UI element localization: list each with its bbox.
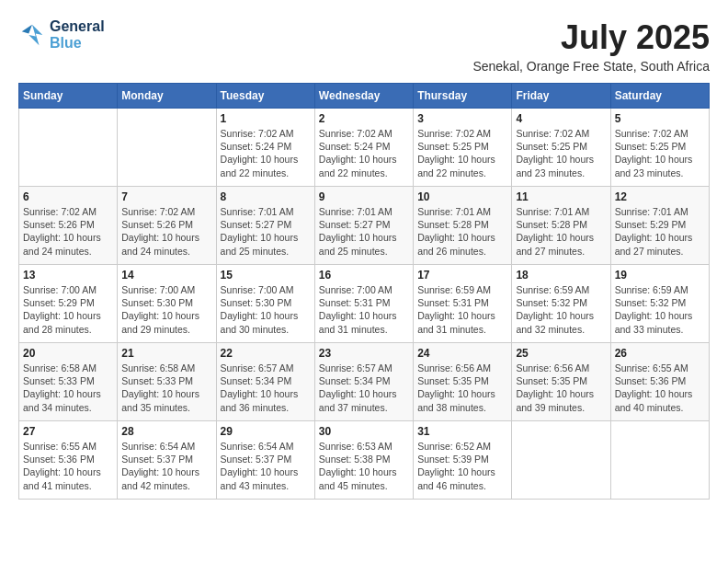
calendar-cell: 23Sunrise: 6:57 AM Sunset: 5:34 PM Dayli… xyxy=(314,343,413,421)
page-header: General Blue July 2025 Senekal, Orange F… xyxy=(18,18,710,74)
month-year-title: July 2025 xyxy=(472,18,710,57)
day-info: Sunrise: 6:58 AM Sunset: 5:33 PM Dayligh… xyxy=(121,362,211,414)
calendar-cell: 28Sunrise: 6:54 AM Sunset: 5:37 PM Dayli… xyxy=(118,421,216,500)
day-info: Sunrise: 7:01 AM Sunset: 5:28 PM Dayligh… xyxy=(417,205,507,258)
calendar-cell: 22Sunrise: 6:57 AM Sunset: 5:34 PM Dayli… xyxy=(216,343,314,421)
day-number: 14 xyxy=(121,269,211,282)
day-number: 1 xyxy=(221,112,311,125)
day-number: 19 xyxy=(615,269,705,282)
svg-marker-1 xyxy=(22,25,32,34)
logo-icon xyxy=(18,21,46,49)
day-info: Sunrise: 6:54 AM Sunset: 5:37 PM Dayligh… xyxy=(221,440,311,492)
calendar-cell: 30Sunrise: 6:53 AM Sunset: 5:38 PM Dayli… xyxy=(314,421,413,500)
day-info: Sunrise: 6:56 AM Sunset: 5:35 PM Dayligh… xyxy=(417,362,507,414)
calendar-cell xyxy=(19,109,118,187)
calendar-cell: 8Sunrise: 7:01 AM Sunset: 5:27 PM Daylig… xyxy=(216,187,314,265)
weekday-header: Wednesday xyxy=(314,84,413,109)
calendar-cell xyxy=(512,421,610,500)
day-info: Sunrise: 7:01 AM Sunset: 5:29 PM Dayligh… xyxy=(615,205,705,258)
calendar-week-row: 27Sunrise: 6:55 AM Sunset: 5:36 PM Dayli… xyxy=(19,421,710,500)
calendar-cell: 24Sunrise: 6:56 AM Sunset: 5:35 PM Dayli… xyxy=(414,343,512,421)
calendar-cell: 26Sunrise: 6:55 AM Sunset: 5:36 PM Dayli… xyxy=(610,343,709,421)
calendar-cell xyxy=(118,109,216,187)
calendar-cell: 29Sunrise: 6:54 AM Sunset: 5:37 PM Dayli… xyxy=(216,421,314,500)
day-info: Sunrise: 7:01 AM Sunset: 5:28 PM Dayligh… xyxy=(516,205,606,258)
weekday-header: Sunday xyxy=(19,84,118,109)
day-info: Sunrise: 6:59 AM Sunset: 5:32 PM Dayligh… xyxy=(615,283,705,336)
day-number: 28 xyxy=(121,425,211,438)
day-number: 5 xyxy=(615,112,705,125)
day-info: Sunrise: 7:02 AM Sunset: 5:24 PM Dayligh… xyxy=(221,127,311,179)
calendar-cell: 4Sunrise: 7:02 AM Sunset: 5:25 PM Daylig… xyxy=(512,109,610,187)
title-area: July 2025 Senekal, Orange Free State, So… xyxy=(472,18,710,74)
day-info: Sunrise: 7:00 AM Sunset: 5:30 PM Dayligh… xyxy=(221,283,311,336)
calendar-cell: 25Sunrise: 6:56 AM Sunset: 5:35 PM Dayli… xyxy=(512,343,610,421)
calendar-cell: 1Sunrise: 7:02 AM Sunset: 5:24 PM Daylig… xyxy=(216,109,314,187)
day-info: Sunrise: 6:59 AM Sunset: 5:32 PM Dayligh… xyxy=(516,283,606,336)
day-number: 31 xyxy=(417,425,507,438)
day-number: 13 xyxy=(23,269,113,282)
calendar-week-row: 20Sunrise: 6:58 AM Sunset: 5:33 PM Dayli… xyxy=(19,343,710,421)
day-info: Sunrise: 6:52 AM Sunset: 5:39 PM Dayligh… xyxy=(417,440,507,492)
calendar-cell: 11Sunrise: 7:01 AM Sunset: 5:28 PM Dayli… xyxy=(512,187,610,265)
day-info: Sunrise: 7:02 AM Sunset: 5:25 PM Dayligh… xyxy=(417,127,507,179)
location-subtitle: Senekal, Orange Free State, South Africa xyxy=(472,59,710,74)
day-number: 21 xyxy=(121,347,211,360)
logo-text: General Blue xyxy=(50,18,105,52)
day-number: 12 xyxy=(615,190,705,203)
calendar-cell: 12Sunrise: 7:01 AM Sunset: 5:29 PM Dayli… xyxy=(610,187,709,265)
day-number: 27 xyxy=(23,425,113,438)
day-info: Sunrise: 7:02 AM Sunset: 5:25 PM Dayligh… xyxy=(615,127,705,179)
calendar-cell: 15Sunrise: 7:00 AM Sunset: 5:30 PM Dayli… xyxy=(216,265,314,343)
day-info: Sunrise: 7:02 AM Sunset: 5:26 PM Dayligh… xyxy=(23,205,113,258)
day-info: Sunrise: 6:53 AM Sunset: 5:38 PM Dayligh… xyxy=(319,440,409,492)
day-info: Sunrise: 7:02 AM Sunset: 5:24 PM Dayligh… xyxy=(319,127,409,179)
calendar-cell: 13Sunrise: 7:00 AM Sunset: 5:29 PM Dayli… xyxy=(19,265,118,343)
calendar-cell: 16Sunrise: 7:00 AM Sunset: 5:31 PM Dayli… xyxy=(314,265,413,343)
calendar-cell: 21Sunrise: 6:58 AM Sunset: 5:33 PM Dayli… xyxy=(118,343,216,421)
calendar-cell: 9Sunrise: 7:01 AM Sunset: 5:27 PM Daylig… xyxy=(314,187,413,265)
calendar-header-row: SundayMondayTuesdayWednesdayThursdayFrid… xyxy=(19,84,710,109)
calendar-cell: 14Sunrise: 7:00 AM Sunset: 5:30 PM Dayli… xyxy=(118,265,216,343)
day-info: Sunrise: 7:00 AM Sunset: 5:31 PM Dayligh… xyxy=(319,283,409,336)
calendar-cell: 5Sunrise: 7:02 AM Sunset: 5:25 PM Daylig… xyxy=(610,109,709,187)
calendar-table: SundayMondayTuesdayWednesdayThursdayFrid… xyxy=(18,83,710,500)
day-number: 25 xyxy=(516,347,606,360)
weekday-header: Tuesday xyxy=(216,84,314,109)
calendar-cell: 6Sunrise: 7:02 AM Sunset: 5:26 PM Daylig… xyxy=(19,187,118,265)
day-info: Sunrise: 6:57 AM Sunset: 5:34 PM Dayligh… xyxy=(319,362,409,414)
day-number: 8 xyxy=(221,190,311,203)
day-info: Sunrise: 7:01 AM Sunset: 5:27 PM Dayligh… xyxy=(221,205,311,258)
day-info: Sunrise: 7:02 AM Sunset: 5:26 PM Dayligh… xyxy=(121,205,211,258)
day-info: Sunrise: 6:58 AM Sunset: 5:33 PM Dayligh… xyxy=(23,362,113,414)
day-number: 15 xyxy=(221,269,311,282)
day-number: 29 xyxy=(221,425,311,438)
logo: General Blue xyxy=(18,18,105,52)
day-number: 11 xyxy=(516,190,606,203)
day-number: 26 xyxy=(615,347,705,360)
day-number: 6 xyxy=(23,190,113,203)
day-number: 18 xyxy=(516,269,606,282)
day-number: 22 xyxy=(221,347,311,360)
day-number: 10 xyxy=(417,190,507,203)
day-info: Sunrise: 6:55 AM Sunset: 5:36 PM Dayligh… xyxy=(615,362,705,414)
calendar-cell: 17Sunrise: 6:59 AM Sunset: 5:31 PM Dayli… xyxy=(414,265,512,343)
day-info: Sunrise: 7:00 AM Sunset: 5:29 PM Dayligh… xyxy=(23,283,113,336)
day-info: Sunrise: 6:55 AM Sunset: 5:36 PM Dayligh… xyxy=(23,440,113,492)
day-number: 16 xyxy=(319,269,409,282)
day-info: Sunrise: 6:57 AM Sunset: 5:34 PM Dayligh… xyxy=(221,362,311,414)
calendar-cell: 10Sunrise: 7:01 AM Sunset: 5:28 PM Dayli… xyxy=(414,187,512,265)
calendar-cell: 2Sunrise: 7:02 AM Sunset: 5:24 PM Daylig… xyxy=(314,109,413,187)
day-number: 4 xyxy=(516,112,606,125)
calendar-week-row: 1Sunrise: 7:02 AM Sunset: 5:24 PM Daylig… xyxy=(19,109,710,187)
weekday-header: Friday xyxy=(512,84,610,109)
calendar-cell xyxy=(610,421,709,500)
day-number: 17 xyxy=(417,269,507,282)
day-number: 3 xyxy=(417,112,507,125)
day-number: 30 xyxy=(319,425,409,438)
day-number: 2 xyxy=(319,112,409,125)
calendar-cell: 18Sunrise: 6:59 AM Sunset: 5:32 PM Dayli… xyxy=(512,265,610,343)
day-number: 24 xyxy=(417,347,507,360)
day-info: Sunrise: 6:56 AM Sunset: 5:35 PM Dayligh… xyxy=(516,362,606,414)
calendar-cell: 19Sunrise: 6:59 AM Sunset: 5:32 PM Dayli… xyxy=(610,265,709,343)
